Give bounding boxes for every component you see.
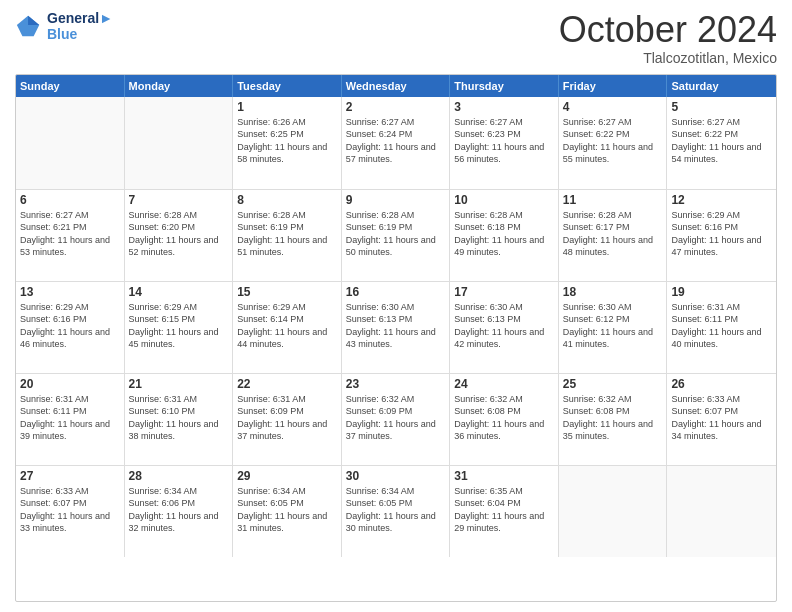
day-info: Sunrise: 6:29 AMSunset: 6:16 PMDaylight:… [20, 301, 120, 351]
table-row [667, 466, 776, 557]
day-number: 28 [129, 469, 229, 483]
day-number: 30 [346, 469, 446, 483]
table-row [559, 466, 668, 557]
header-thursday: Thursday [450, 75, 559, 97]
day-number: 31 [454, 469, 554, 483]
day-number: 14 [129, 285, 229, 299]
calendar-header: Sunday Monday Tuesday Wednesday Thursday… [16, 75, 776, 97]
day-number: 20 [20, 377, 120, 391]
header-friday: Friday [559, 75, 668, 97]
day-info: Sunrise: 6:31 AMSunset: 6:11 PMDaylight:… [671, 301, 772, 351]
day-info: Sunrise: 6:27 AMSunset: 6:22 PMDaylight:… [671, 116, 772, 166]
table-row: 2Sunrise: 6:27 AMSunset: 6:24 PMDaylight… [342, 97, 451, 189]
day-number: 8 [237, 193, 337, 207]
day-number: 24 [454, 377, 554, 391]
calendar: Sunday Monday Tuesday Wednesday Thursday… [15, 74, 777, 602]
table-row: 7Sunrise: 6:28 AMSunset: 6:20 PMDaylight… [125, 190, 234, 281]
table-row: 19Sunrise: 6:31 AMSunset: 6:11 PMDayligh… [667, 282, 776, 373]
table-row: 30Sunrise: 6:34 AMSunset: 6:05 PMDayligh… [342, 466, 451, 557]
title-section: October 2024 Tlalcozotitlan, Mexico [559, 10, 777, 66]
table-row: 20Sunrise: 6:31 AMSunset: 6:11 PMDayligh… [16, 374, 125, 465]
day-number: 11 [563, 193, 663, 207]
cal-row-2: 6Sunrise: 6:27 AMSunset: 6:21 PMDaylight… [16, 189, 776, 281]
day-info: Sunrise: 6:34 AMSunset: 6:05 PMDaylight:… [237, 485, 337, 535]
table-row [125, 97, 234, 189]
day-info: Sunrise: 6:35 AMSunset: 6:04 PMDaylight:… [454, 485, 554, 535]
day-info: Sunrise: 6:27 AMSunset: 6:22 PMDaylight:… [563, 116, 663, 166]
calendar-body: 1Sunrise: 6:26 AMSunset: 6:25 PMDaylight… [16, 97, 776, 557]
table-row: 28Sunrise: 6:34 AMSunset: 6:06 PMDayligh… [125, 466, 234, 557]
day-info: Sunrise: 6:31 AMSunset: 6:11 PMDaylight:… [20, 393, 120, 443]
day-info: Sunrise: 6:27 AMSunset: 6:23 PMDaylight:… [454, 116, 554, 166]
header-wednesday: Wednesday [342, 75, 451, 97]
header-sunday: Sunday [16, 75, 125, 97]
day-info: Sunrise: 6:28 AMSunset: 6:19 PMDaylight:… [346, 209, 446, 259]
cal-row-1: 1Sunrise: 6:26 AMSunset: 6:25 PMDaylight… [16, 97, 776, 189]
table-row: 1Sunrise: 6:26 AMSunset: 6:25 PMDaylight… [233, 97, 342, 189]
day-info: Sunrise: 6:33 AMSunset: 6:07 PMDaylight:… [671, 393, 772, 443]
day-number: 7 [129, 193, 229, 207]
table-row: 5Sunrise: 6:27 AMSunset: 6:22 PMDaylight… [667, 97, 776, 189]
month-title: October 2024 [559, 10, 777, 50]
day-info: Sunrise: 6:27 AMSunset: 6:24 PMDaylight:… [346, 116, 446, 166]
header: General► Blue October 2024 Tlalcozotitla… [15, 10, 777, 66]
table-row: 29Sunrise: 6:34 AMSunset: 6:05 PMDayligh… [233, 466, 342, 557]
table-row: 3Sunrise: 6:27 AMSunset: 6:23 PMDaylight… [450, 97, 559, 189]
day-info: Sunrise: 6:31 AMSunset: 6:09 PMDaylight:… [237, 393, 337, 443]
table-row: 11Sunrise: 6:28 AMSunset: 6:17 PMDayligh… [559, 190, 668, 281]
day-number: 25 [563, 377, 663, 391]
day-info: Sunrise: 6:28 AMSunset: 6:19 PMDaylight:… [237, 209, 337, 259]
day-info: Sunrise: 6:29 AMSunset: 6:16 PMDaylight:… [671, 209, 772, 259]
table-row: 8Sunrise: 6:28 AMSunset: 6:19 PMDaylight… [233, 190, 342, 281]
day-number: 10 [454, 193, 554, 207]
table-row: 31Sunrise: 6:35 AMSunset: 6:04 PMDayligh… [450, 466, 559, 557]
svg-marker-0 [17, 16, 39, 37]
table-row [16, 97, 125, 189]
day-number: 22 [237, 377, 337, 391]
day-number: 17 [454, 285, 554, 299]
day-number: 12 [671, 193, 772, 207]
day-number: 18 [563, 285, 663, 299]
header-saturday: Saturday [667, 75, 776, 97]
logo-icon [15, 12, 43, 40]
table-row: 24Sunrise: 6:32 AMSunset: 6:08 PMDayligh… [450, 374, 559, 465]
header-tuesday: Tuesday [233, 75, 342, 97]
svg-marker-1 [28, 16, 39, 25]
day-number: 29 [237, 469, 337, 483]
table-row: 15Sunrise: 6:29 AMSunset: 6:14 PMDayligh… [233, 282, 342, 373]
logo-text: General► Blue [47, 10, 113, 42]
table-row: 10Sunrise: 6:28 AMSunset: 6:18 PMDayligh… [450, 190, 559, 281]
table-row: 21Sunrise: 6:31 AMSunset: 6:10 PMDayligh… [125, 374, 234, 465]
day-number: 1 [237, 100, 337, 114]
day-info: Sunrise: 6:32 AMSunset: 6:08 PMDaylight:… [454, 393, 554, 443]
day-info: Sunrise: 6:29 AMSunset: 6:15 PMDaylight:… [129, 301, 229, 351]
day-info: Sunrise: 6:29 AMSunset: 6:14 PMDaylight:… [237, 301, 337, 351]
day-info: Sunrise: 6:27 AMSunset: 6:21 PMDaylight:… [20, 209, 120, 259]
table-row: 6Sunrise: 6:27 AMSunset: 6:21 PMDaylight… [16, 190, 125, 281]
table-row: 26Sunrise: 6:33 AMSunset: 6:07 PMDayligh… [667, 374, 776, 465]
table-row: 12Sunrise: 6:29 AMSunset: 6:16 PMDayligh… [667, 190, 776, 281]
logo: General► Blue [15, 10, 113, 42]
day-number: 5 [671, 100, 772, 114]
table-row: 25Sunrise: 6:32 AMSunset: 6:08 PMDayligh… [559, 374, 668, 465]
day-info: Sunrise: 6:31 AMSunset: 6:10 PMDaylight:… [129, 393, 229, 443]
day-info: Sunrise: 6:32 AMSunset: 6:08 PMDaylight:… [563, 393, 663, 443]
day-number: 16 [346, 285, 446, 299]
cal-row-3: 13Sunrise: 6:29 AMSunset: 6:16 PMDayligh… [16, 281, 776, 373]
day-number: 13 [20, 285, 120, 299]
day-info: Sunrise: 6:26 AMSunset: 6:25 PMDaylight:… [237, 116, 337, 166]
table-row: 16Sunrise: 6:30 AMSunset: 6:13 PMDayligh… [342, 282, 451, 373]
day-info: Sunrise: 6:28 AMSunset: 6:20 PMDaylight:… [129, 209, 229, 259]
day-info: Sunrise: 6:34 AMSunset: 6:06 PMDaylight:… [129, 485, 229, 535]
day-info: Sunrise: 6:34 AMSunset: 6:05 PMDaylight:… [346, 485, 446, 535]
table-row: 17Sunrise: 6:30 AMSunset: 6:13 PMDayligh… [450, 282, 559, 373]
day-number: 21 [129, 377, 229, 391]
day-number: 6 [20, 193, 120, 207]
day-info: Sunrise: 6:32 AMSunset: 6:09 PMDaylight:… [346, 393, 446, 443]
day-number: 19 [671, 285, 772, 299]
table-row: 9Sunrise: 6:28 AMSunset: 6:19 PMDaylight… [342, 190, 451, 281]
table-row: 23Sunrise: 6:32 AMSunset: 6:09 PMDayligh… [342, 374, 451, 465]
day-number: 4 [563, 100, 663, 114]
day-number: 27 [20, 469, 120, 483]
day-info: Sunrise: 6:28 AMSunset: 6:18 PMDaylight:… [454, 209, 554, 259]
